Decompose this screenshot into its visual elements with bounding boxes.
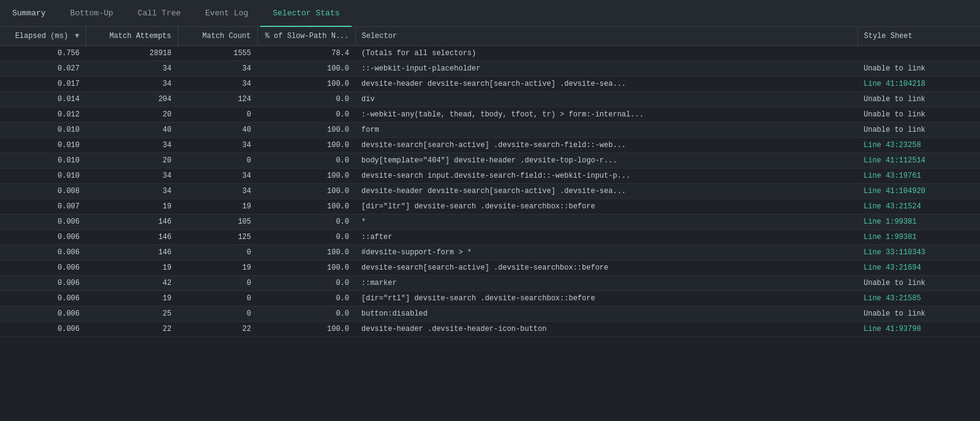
cell-match-count: 0: [178, 276, 257, 291]
cell-match-attempts: 19: [86, 199, 178, 214]
cell-stylesheet: Unable to link: [858, 123, 980, 138]
cell-match-count: 0: [178, 291, 257, 306]
col-header-match-attempts[interactable]: Match Attempts: [86, 27, 178, 46]
table-row: 0.0083434100.0devsite-header devsite-sea…: [0, 184, 980, 199]
cell-selector: div: [355, 92, 858, 107]
tab-summary[interactable]: Summary: [0, 0, 58, 27]
cell-match-attempts: 34: [86, 138, 178, 153]
table-row: 0.0103434100.0devsite-search[search-acti…: [0, 138, 980, 153]
cell-slow-path: 100.0: [257, 260, 355, 276]
cell-match-attempts: 20: [86, 107, 178, 123]
cell-stylesheet[interactable]: Line 41:93798: [858, 322, 980, 337]
cell-elapsed: 0.010: [0, 123, 86, 138]
col-header-stylesheet[interactable]: Style Sheet: [858, 27, 980, 46]
cell-slow-path: 100.0: [257, 123, 355, 138]
cell-elapsed: 0.010: [0, 153, 86, 169]
cell-match-attempts: 19: [86, 291, 178, 306]
cell-match-attempts: 34: [86, 77, 178, 92]
cell-stylesheet: Unable to link: [858, 61, 980, 77]
cell-stylesheet[interactable]: Line 1:99381: [858, 230, 980, 245]
col-header-match-count[interactable]: Match Count: [178, 27, 257, 46]
cell-match-count: 34: [178, 169, 257, 184]
cell-selector: #devsite-support-form > *: [355, 245, 858, 260]
cell-selector: [dir="rtl"] devsite-search .devsite-sear…: [355, 291, 858, 306]
cell-match-count: 19: [178, 199, 257, 214]
cell-slow-path: 100.0: [257, 77, 355, 92]
tab-selector-stats[interactable]: Selector Stats: [260, 0, 352, 27]
cell-elapsed: 0.006: [0, 291, 86, 306]
col-match-attempts-label: Match Attempts: [110, 32, 172, 40]
cell-slow-path: 100.0: [257, 245, 355, 260]
cell-selector: :-webkit-any(table, thead, tbody, tfoot,…: [355, 107, 858, 123]
table-row: 0.0104040100.0formUnable to link: [0, 123, 980, 138]
cell-slow-path: 78.4: [257, 46, 355, 61]
cell-slow-path: 0.0: [257, 153, 355, 169]
col-header-slow-path[interactable]: % of Slow-Path N...: [257, 27, 355, 46]
cell-slow-path: 0.0: [257, 306, 355, 322]
cell-elapsed: 0.027: [0, 61, 86, 77]
table-header-row: Elapsed (ms) ▼ Match Attempts Match Coun…: [0, 27, 980, 46]
cell-stylesheet[interactable]: Line 41:112514: [858, 153, 980, 169]
cell-selector: form: [355, 123, 858, 138]
cell-selector: devsite-header devsite-search[search-act…: [355, 77, 858, 92]
cell-elapsed: 0.007: [0, 199, 86, 214]
tab-call-tree-label: Call Tree: [138, 9, 181, 18]
cell-slow-path: 100.0: [257, 61, 355, 77]
cell-match-attempts: 42: [86, 276, 178, 291]
cell-match-attempts: 20: [86, 153, 178, 169]
cell-stylesheet[interactable]: Line 1:99381: [858, 214, 980, 230]
cell-stylesheet[interactable]: Line 41:104218: [858, 77, 980, 92]
cell-stylesheet[interactable]: Line 41:104920: [858, 184, 980, 199]
app-container: Summary Bottom-Up Call Tree Event Log Se…: [0, 0, 980, 421]
tab-event-log[interactable]: Event Log: [193, 0, 260, 27]
cell-stylesheet[interactable]: Line 43:23258: [858, 138, 980, 153]
cell-stylesheet: Unable to link: [858, 92, 980, 107]
cell-match-attempts: 25: [86, 306, 178, 322]
table-row: 0.0064200.0::markerUnable to link: [0, 276, 980, 291]
cell-stylesheet[interactable]: Line 43:21585: [858, 291, 980, 306]
cell-match-attempts: 146: [86, 245, 178, 260]
cell-slow-path: 0.0: [257, 230, 355, 245]
cell-stylesheet[interactable]: Line 43:21524: [858, 199, 980, 214]
table-row: 0.0122000.0:-webkit-any(table, thead, tb…: [0, 107, 980, 123]
cell-slow-path: 100.0: [257, 199, 355, 214]
table-row: 0.0061461250.0::afterLine 1:99381: [0, 230, 980, 245]
cell-selector: ::marker: [355, 276, 858, 291]
cell-match-count: 0: [178, 306, 257, 322]
table-row: 0.0061919100.0devsite-search[search-acti…: [0, 260, 980, 276]
cell-elapsed: 0.008: [0, 184, 86, 199]
cell-match-count: 34: [178, 61, 257, 77]
table-row: 0.0102000.0body[template="404"] devsite-…: [0, 153, 980, 169]
table-row: 0.0173434100.0devsite-header devsite-sea…: [0, 77, 980, 92]
cell-match-count: 125: [178, 230, 257, 245]
cell-match-count: 34: [178, 77, 257, 92]
cell-slow-path: 0.0: [257, 276, 355, 291]
cell-stylesheet[interactable]: Line 33:110343: [858, 245, 980, 260]
cell-slow-path: 100.0: [257, 169, 355, 184]
tab-bottom-up[interactable]: Bottom-Up: [58, 0, 126, 27]
cell-stylesheet[interactable]: Line 43:19761: [858, 169, 980, 184]
cell-match-count: 34: [178, 138, 257, 153]
cell-match-attempts: 204: [86, 92, 178, 107]
tab-bottom-up-label: Bottom-Up: [70, 9, 113, 18]
cell-slow-path: 100.0: [257, 138, 355, 153]
col-header-elapsed[interactable]: Elapsed (ms) ▼: [0, 27, 86, 46]
cell-stylesheet[interactable]: Line 43:21694: [858, 260, 980, 276]
cell-match-count: 1555: [178, 46, 257, 61]
tab-call-tree[interactable]: Call Tree: [126, 0, 193, 27]
tab-bar: Summary Bottom-Up Call Tree Event Log Se…: [0, 0, 980, 27]
cell-match-attempts: 146: [86, 214, 178, 230]
cell-elapsed: 0.010: [0, 138, 86, 153]
cell-match-count: 19: [178, 260, 257, 276]
cell-selector: devsite-search[search-active] .devsite-s…: [355, 138, 858, 153]
table-body: 0.75628918155578.4(Totals for all select…: [0, 46, 980, 337]
cell-stylesheet: Unable to link: [858, 306, 980, 322]
cell-match-count: 22: [178, 322, 257, 337]
cell-elapsed: 0.014: [0, 92, 86, 107]
cell-selector: ::after: [355, 230, 858, 245]
cell-slow-path: 0.0: [257, 291, 355, 306]
cell-elapsed: 0.017: [0, 77, 86, 92]
col-header-selector[interactable]: Selector: [355, 27, 858, 46]
col-selector-label: Selector: [362, 32, 398, 40]
cell-match-attempts: 19: [86, 260, 178, 276]
